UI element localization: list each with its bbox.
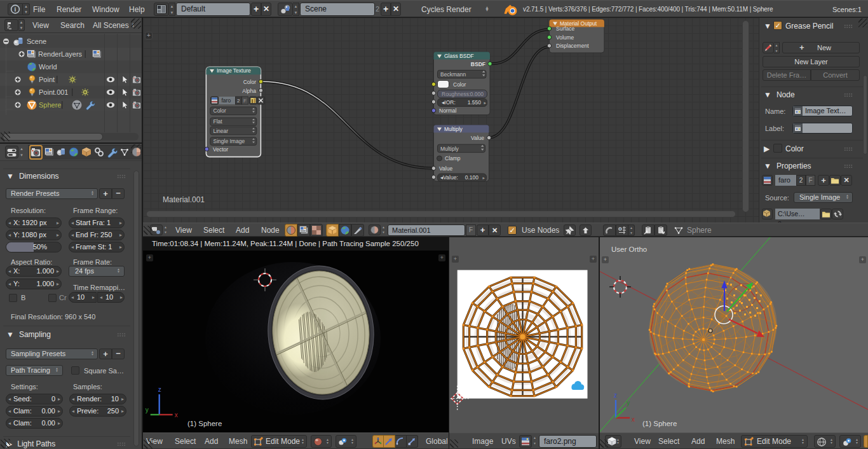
svg-text:y: y — [146, 406, 149, 413]
svg-text:Displacement: Displacement — [556, 43, 589, 49]
svg-text:Alpha: Alpha — [242, 88, 256, 94]
svg-text:Surface: Surface — [556, 25, 575, 32]
svg-text:Point: Point — [39, 76, 55, 83]
svg-text:i: i — [15, 6, 17, 13]
svg-text:Roughness:: Roughness: — [442, 91, 470, 97]
svg-text:Multiply: Multiply — [444, 126, 463, 132]
svg-text:Value: Value — [439, 165, 452, 172]
svg-text:Flat: Flat — [214, 118, 223, 125]
svg-text:World: World — [39, 63, 57, 71]
svg-text:Single Image: Single Image — [214, 138, 245, 144]
svg-text:BSDF: BSDF — [471, 61, 485, 67]
svg-text:User Ortho: User Ortho — [611, 245, 647, 253]
svg-text:Volume: Volume — [556, 34, 574, 41]
svg-text:Linear: Linear — [214, 128, 229, 134]
svg-text:RenderLayers: RenderLayers — [38, 50, 83, 58]
svg-text:Vector: Vector — [213, 146, 228, 153]
svg-text:Clamp: Clamp — [445, 155, 461, 162]
svg-text:x: x — [632, 416, 635, 423]
svg-text:Material.001: Material.001 — [163, 195, 205, 204]
svg-text:▸: ▸ — [482, 176, 485, 180]
svg-text:Sphere: Sphere — [39, 101, 61, 109]
svg-text:Color: Color — [214, 107, 226, 114]
svg-text:Value: Value — [471, 135, 484, 141]
svg-text:Image Texture: Image Texture — [217, 67, 251, 74]
svg-text:◂Value:: ◂Value: — [440, 174, 458, 181]
svg-text:0.000: 0.000 — [470, 91, 484, 97]
svg-text:Beckmann: Beckmann — [440, 71, 466, 78]
svg-text:0.100: 0.100 — [465, 174, 479, 181]
svg-text:Scene: Scene — [27, 38, 46, 45]
svg-text:x: x — [175, 411, 178, 418]
svg-text:◂IOR:: ◂IOR: — [442, 99, 456, 106]
svg-text:Glass BSDF: Glass BSDF — [444, 53, 474, 59]
svg-text:Multiply: Multiply — [440, 146, 459, 152]
svg-text:Point.001: Point.001 — [39, 88, 68, 96]
svg-text:faro: faro — [222, 97, 231, 104]
svg-text:Color: Color — [453, 81, 466, 88]
svg-text:z: z — [614, 392, 617, 399]
svg-text:Normal: Normal — [439, 107, 457, 114]
svg-text:2: 2 — [237, 98, 240, 104]
svg-text:y: y — [627, 399, 630, 406]
svg-text:▸: ▸ — [484, 100, 486, 105]
svg-text:Color: Color — [243, 79, 256, 85]
svg-text:F: F — [243, 98, 247, 104]
svg-text:z: z — [158, 386, 161, 393]
svg-text:1.550: 1.550 — [468, 99, 482, 106]
svg-text:(1) Sphere: (1) Sphere — [642, 420, 677, 427]
